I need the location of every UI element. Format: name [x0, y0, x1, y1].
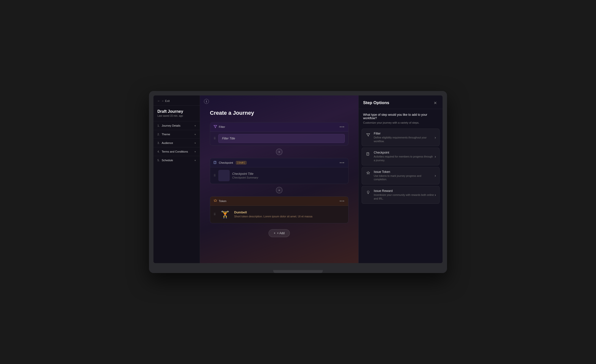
- step-option-issue-reward[interactable]: Issue Reward Incentivize your community …: [362, 186, 440, 204]
- dumbbell-icon: 🏋️: [221, 210, 229, 219]
- sidebar-item-terms[interactable]: 4. Terms and Conditions ▾: [153, 147, 200, 156]
- sidebar-nav: 1. Journey Details ▾ 2. Theme ▾ 3. Audie: [153, 121, 200, 263]
- page-title: Create a Journey: [210, 110, 348, 116]
- sidebar-item-journey-details[interactable]: 1. Journey Details ▾: [153, 121, 200, 130]
- issue-reward-option-desc: Incentivize your community with rewards …: [374, 193, 435, 200]
- close-button[interactable]: ✕: [432, 100, 438, 106]
- add-step-button[interactable]: + + Add: [269, 229, 290, 237]
- exit-arrow-icon: ←: [157, 99, 160, 102]
- chevron-down-icon: ▾: [195, 124, 196, 127]
- issue-token-option-arrow-icon: ›: [435, 174, 436, 178]
- nav-text-journey-details: Journey Details: [162, 124, 180, 127]
- nav-text-terms: Terms and Conditions: [162, 150, 188, 153]
- exit-label: ← Exit: [162, 99, 170, 102]
- filter-menu-button[interactable]: •••: [340, 125, 345, 129]
- issue-reward-option-arrow-icon: ›: [435, 193, 436, 197]
- right-panel-header: Step Options ✕: [359, 95, 443, 109]
- checkpoint-content-row: ⠿ Checkpoint Title Checkpoint Summary: [210, 167, 348, 184]
- sidebar: ← ← Exit Draft Journey Last saved 15 min…: [153, 95, 200, 263]
- step-option-issue-token-texts: Issue Token Use tokens to mark journey p…: [374, 170, 435, 181]
- issue-token-option-icon: [365, 170, 371, 176]
- add-step-circle-button-2[interactable]: +: [276, 187, 282, 193]
- sidebar-item-audience[interactable]: 3. Audience ▾: [153, 138, 200, 147]
- issue-reward-option-icon: [365, 189, 371, 195]
- chevron-down-icon: ▾: [195, 142, 196, 144]
- filter-option-title: Filter: [374, 132, 435, 135]
- filter-type-label: Filter: [214, 125, 225, 129]
- filter-title-field[interactable]: Filter Title: [218, 134, 345, 143]
- filter-label: Filter: [219, 125, 225, 128]
- step-option-issue-reward-texts: Issue Reward Incentivize your community …: [374, 189, 435, 200]
- checkpoint-option-desc: Activities required for members to progr…: [374, 155, 435, 162]
- nav-num-4: 4.: [157, 150, 160, 153]
- info-icon[interactable]: ℹ: [204, 99, 209, 104]
- checkpoint-summary[interactable]: Checkpoint Summary: [232, 176, 258, 179]
- draft-badge: [ Draft ]: [236, 161, 247, 164]
- token-card: Token ••• ⠿ 🏋️ Dumbell Short token descr…: [210, 196, 348, 223]
- issue-token-option-title: Issue Token: [374, 170, 435, 174]
- nav-num-5: 5.: [157, 159, 160, 162]
- token-label: Token: [219, 200, 226, 203]
- main-area: ℹ Create a Journey Filter: [200, 95, 358, 263]
- laptop-chin: [273, 270, 323, 273]
- checkpoint-thumbnail: [218, 170, 230, 181]
- sidebar-item-schedule[interactable]: 5. Schedule ▾: [153, 156, 200, 164]
- checkpoint-type-label: Checkpoint [ Draft ]: [214, 161, 247, 165]
- checkpoint-card: Checkpoint [ Draft ] ••• ⠿ Checkpoint Ti…: [210, 158, 348, 184]
- chevron-down-icon: ▾: [195, 150, 196, 153]
- checkpoint-title[interactable]: Checkpoint Title: [232, 172, 258, 176]
- filter-icon: [214, 125, 217, 129]
- step-option-filter-texts: Filter Define eligibility requirements t…: [374, 132, 435, 143]
- add-step-circle-button-1[interactable]: +: [276, 149, 282, 155]
- right-panel-description: What type of step would you like to add …: [359, 109, 443, 126]
- main-content: Create a Journey Filter •••: [200, 107, 358, 263]
- nav-text-audience: Audience: [162, 141, 173, 144]
- drag-handle-icon: ⠿: [214, 137, 216, 140]
- sidebar-item-theme[interactable]: 2. Theme ▾: [153, 130, 200, 138]
- token-type-label: Token: [214, 199, 226, 203]
- nav-text-theme: Theme: [162, 133, 170, 136]
- chevron-down-icon: ▾: [195, 133, 196, 136]
- add-label: + Add: [277, 231, 285, 235]
- filter-card: Filter ••• ⠿ Filter Title: [210, 122, 348, 146]
- drag-handle-icon: ⠿: [214, 174, 216, 177]
- nav-num-1: 1.: [157, 124, 160, 127]
- step-option-issue-token[interactable]: Issue Token Use tokens to mark journey p…: [362, 167, 440, 184]
- checkpoint-icon: [214, 161, 217, 165]
- svg-rect-1: [367, 153, 369, 155]
- plus-icon: +: [274, 231, 275, 235]
- step-options-subtext: Customize your journey with a variety of…: [363, 121, 438, 124]
- exit-button[interactable]: ← ← Exit: [153, 95, 200, 106]
- filter-option-desc: Define eligibility requirements througho…: [374, 136, 435, 143]
- checkpoint-menu-button[interactable]: •••: [340, 161, 345, 165]
- token-name: Dumbell: [234, 210, 312, 214]
- token-image: 🏋️: [219, 208, 231, 221]
- step-option-issue-reward-left: Issue Reward Incentivize your community …: [365, 189, 435, 200]
- svg-point-2: [367, 191, 369, 193]
- last-saved-text: Last saved 15 min. ago: [157, 114, 196, 117]
- drag-handle-icon: ⠿: [214, 213, 216, 216]
- step-option-filter-left: Filter Define eligibility requirements t…: [365, 132, 435, 143]
- chevron-down-icon: ▾: [195, 159, 196, 162]
- token-description: Short token description. Lorem ipsum dol…: [234, 215, 312, 218]
- svg-rect-0: [214, 161, 216, 164]
- sidebar-draft-section: Draft Journey Last saved 15 min. ago: [153, 106, 200, 119]
- step-options-list: Filter Define eligibility requirements t…: [359, 126, 443, 206]
- step-option-filter[interactable]: Filter Define eligibility requirements t…: [362, 129, 440, 146]
- issue-token-option-desc: Use tokens to mark journey progress and …: [374, 174, 435, 181]
- token-menu-button[interactable]: •••: [340, 199, 345, 203]
- checkpoint-card-header: Checkpoint [ Draft ] •••: [210, 158, 348, 167]
- checkpoint-option-arrow-icon: ›: [435, 155, 436, 159]
- step-options-question: What type of step would you like to add …: [363, 113, 438, 120]
- nav-text-schedule: Schedule: [162, 159, 173, 162]
- filter-title-row: ⠿ Filter Title: [210, 132, 348, 145]
- filter-option-icon: [365, 132, 371, 137]
- add-step-between-1: +: [210, 149, 348, 155]
- token-texts: Dumbell Short token description. Lorem i…: [234, 210, 312, 218]
- step-option-checkpoint[interactable]: Checkpoint Activities required for membe…: [362, 148, 440, 165]
- step-options-title: Step Options: [363, 100, 389, 105]
- step-option-checkpoint-texts: Checkpoint Activities required for membe…: [374, 151, 435, 162]
- checkpoint-label: Checkpoint: [219, 161, 233, 164]
- step-option-checkpoint-left: Checkpoint Activities required for membe…: [365, 151, 435, 162]
- issue-reward-option-title: Issue Reward: [374, 189, 435, 193]
